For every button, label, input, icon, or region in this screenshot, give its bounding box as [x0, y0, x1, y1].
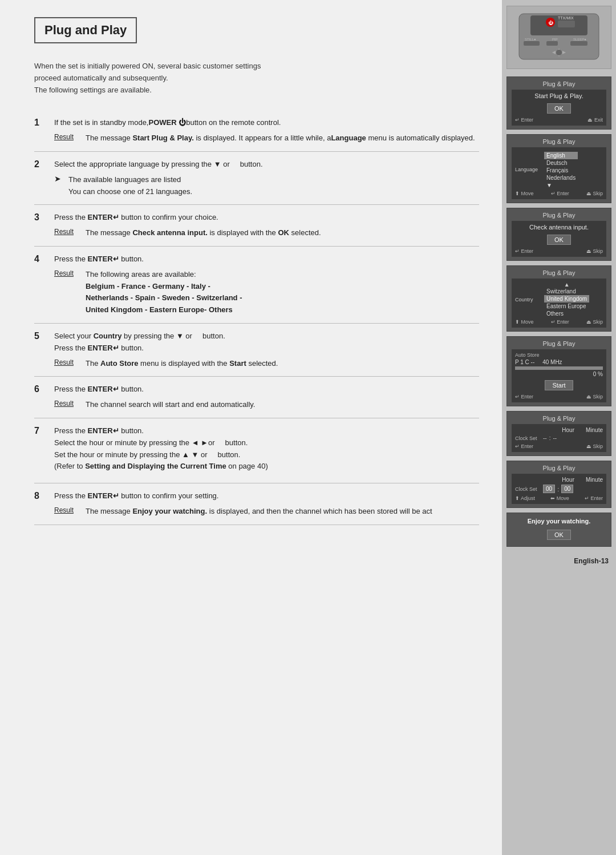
page: Plug and Play When the set is initially … [0, 0, 616, 855]
lang-nederlands[interactable]: Nederlands [544, 174, 578, 182]
progress-pct: 0 % [593, 371, 603, 377]
lang-deutsch[interactable]: Deutsch [544, 159, 578, 167]
lang-francais[interactable]: Français [544, 167, 578, 174]
panel-2-content: Language English Deutsch Français Nederl… [512, 147, 606, 199]
panel-6-skip: ⏏ Skip [586, 443, 603, 449]
step-6-result: Result The channel search will start and… [54, 399, 479, 411]
panel-5-start-btn[interactable]: Start [545, 380, 573, 390]
step-content-8: Press the ENTER↵ button to confirm your … [54, 490, 479, 518]
panel-1-title: Plug & Play [512, 80, 606, 87]
lang-english[interactable]: English [544, 152, 578, 159]
svg-text:TTX/MIX: TTX/MIX [558, 16, 574, 20]
enter-bold-5: ENTER↵ [88, 344, 119, 352]
step-2-arrow: ➤ The available languages are listedYou … [54, 174, 479, 198]
step-8: 8 Press the ENTER↵ button to confirm you… [34, 483, 479, 525]
lang-more[interactable]: ▼ [544, 182, 578, 189]
result-text-5: The Auto Store menu is displayed with th… [86, 358, 278, 370]
step-3: 3 Press the ENTER↵ button to confirm you… [34, 205, 479, 247]
screen-panel-2: Plug & Play Language English Deutsch Fra… [506, 134, 611, 203]
panel-5-footer: ↵ Enter ⏏ Skip [515, 394, 603, 400]
svg-text:STILL●: STILL● [525, 38, 536, 41]
step-6: 6 Press the ENTER↵ button. Result The ch… [34, 377, 479, 418]
panel-2-enter: ↵ Enter [551, 191, 569, 196]
step-7-main: Press the ENTER↵ button. Select the hour… [54, 425, 479, 473]
panel-4-enter: ↵ Enter [551, 319, 569, 325]
step-number-6: 6 [34, 384, 46, 411]
r3-ok-bold: OK [278, 228, 289, 237]
result-text-4: The following areas are available: Belgi… [86, 269, 242, 316]
screen-panel-5: Plug & Play Auto Store P 1 C -- 40 MHz 0… [506, 336, 611, 406]
clock-6-dash2: -- [553, 435, 557, 441]
step-4-main: Press the ENTER↵ button. [54, 253, 479, 265]
panel-7-title: Plug & Play [512, 465, 606, 471]
country-bold-5: Country [94, 332, 122, 340]
country-uk[interactable]: United Kingdom [544, 295, 589, 303]
panel-4-move: ⬆ Move [515, 319, 534, 325]
country-others[interactable]: Others [544, 310, 589, 317]
step-5: 5 Select your Country by pressing the ▼ … [34, 324, 479, 377]
panel-4-footer: ⬆ Move ↵ Enter ⏏ Skip [515, 319, 603, 325]
enter-bold-7: ENTER↵ [88, 426, 119, 435]
intro-line-2: proceed automatically and subsequently. [34, 74, 168, 82]
panel-3-ok-btn[interactable]: OK [547, 235, 571, 245]
svg-text:⏻: ⏻ [548, 20, 553, 26]
r3-bold: Check antenna input. [132, 228, 207, 237]
progress-bar-outer [515, 366, 603, 370]
step-content-4: Press the ENTER↵ button. Result The foll… [54, 253, 479, 316]
panel-5-title: Plug & Play [512, 340, 606, 347]
step-6-main: Press the ENTER↵ button. [54, 384, 479, 396]
enjoy-text: Enjoy your watching. [512, 518, 606, 525]
screen-panel-3: Plug & Play Check antenna input. OK ↵ En… [506, 208, 611, 261]
sidebar: ⏻ TTX/MIX STILL● PIP SLEEP● Plu [502, 0, 616, 855]
panel-8-ok-btn[interactable]: OK [547, 530, 571, 540]
clock-row-6-labels: Hour Minute [515, 427, 603, 433]
panel-3-center-text: Check antenna input. [515, 224, 603, 231]
screen-panel-7: Plug & Play Hour Minute Clock Set 00 : 0… [506, 461, 611, 508]
r1-bold: Start Plug & Play. [132, 134, 193, 142]
clock-6-sep: : [549, 435, 551, 441]
clock-6-hour-label: Hour [562, 427, 574, 433]
power-bold: POWER ⏻ [148, 118, 186, 127]
step-content-6: Press the ENTER↵ button. Result The chan… [54, 384, 479, 411]
clock-7-min-val: 00 [561, 485, 573, 493]
enter-bold-3: ENTER↵ [88, 213, 119, 221]
lang-label: Language [515, 167, 541, 172]
result-label-3: Result [54, 227, 80, 239]
svg-rect-5 [558, 21, 575, 27]
step-number-7: 7 [34, 425, 46, 476]
steps-container: 1 If the set is in standby mode,POWER ⏻b… [34, 110, 479, 525]
result-label-5: Result [54, 358, 80, 370]
autostore-bold: Auto Store [100, 359, 138, 368]
enter-bold-8: ENTER↵ [88, 491, 119, 500]
panel-1-enter: ↵ Enter [515, 117, 533, 123]
panel-3-footer: ↵ Enter ⏏ Skip [515, 248, 603, 254]
panel-5-enter: ↵ Enter [515, 394, 533, 400]
clock-row-7-labels: Hour Minute [515, 477, 603, 483]
panel-7-content: Hour Minute Clock Set 00 : 00 ⬆ Adjust ⬅… [512, 474, 606, 504]
screen-panel-1: Plug & Play Start Plug & Play. OK ↵ Ente… [506, 76, 611, 130]
svg-rect-11 [570, 41, 587, 46]
lang-row: Language English Deutsch Français Nederl… [515, 150, 603, 189]
result-text-3: The message Check antenna input. is disp… [86, 227, 321, 239]
step-8-main: Press the ENTER↵ button to confirm your … [54, 490, 479, 502]
panel-5-content: Auto Store P 1 C -- 40 MHz 0 % Start ↵ E… [512, 349, 606, 402]
country-eastern[interactable]: Eastern Europe [544, 303, 589, 310]
arrow-text-2: The available languages are listedYou ca… [68, 174, 192, 198]
start-bold: Start [229, 359, 246, 368]
panel-7-footer: ⬆ Adjust ⬅ Move ↵ Enter [515, 495, 603, 501]
step-2-main: Select the appropriate language by press… [54, 159, 479, 171]
step-content-2: Select the appropriate language by press… [54, 159, 479, 197]
clock-6-min-label: Minute [586, 427, 603, 433]
panel-6-footer: ↵ Enter ⏏ Skip [515, 443, 603, 449]
panel-1-footer: ↵ Enter ⏏ Exit [515, 117, 603, 123]
country-switzerland[interactable]: Switzerland [544, 288, 589, 295]
panel-1-ok-btn[interactable]: OK [547, 103, 571, 114]
r1-lang-bold: Language [331, 134, 366, 142]
enjoy-bold: Enjoy your watching. [132, 507, 207, 515]
panel-6-enter: ↵ Enter [515, 443, 533, 449]
step-content-5: Select your Country by pressing the ▼ or… [54, 330, 479, 369]
panel-1-content: Start Plug & Play. OK ↵ Enter ⏏ Exit [512, 90, 606, 126]
page-title: Plug and Play [44, 23, 127, 37]
panel-4-content: Country ▲ Switzerland United Kingdom Eas… [512, 279, 606, 328]
step-7: 7 Press the ENTER↵ button. Select the ho… [34, 418, 479, 483]
